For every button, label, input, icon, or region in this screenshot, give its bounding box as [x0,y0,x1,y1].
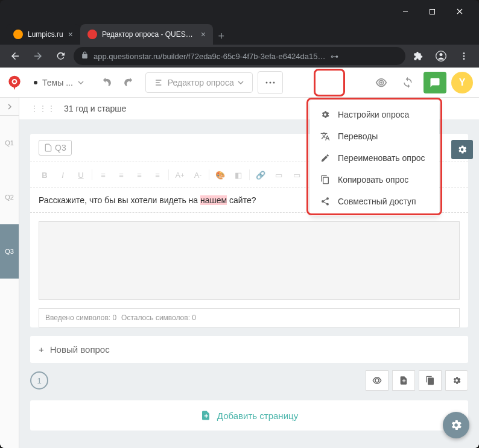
link-button[interactable]: 🔗 [252,167,269,183]
page-icon [44,144,52,152]
sidebar-item-q2[interactable]: Q2 [0,170,19,224]
browser-tab-active[interactable]: Редактор опроса - QUESTIONS × [80,24,213,45]
profile-button[interactable] [431,46,451,66]
menu-item-copy[interactable]: Копировать опрос [310,169,439,191]
svg-point-12 [265,81,267,83]
svg-point-13 [269,81,271,83]
menu-item-rename[interactable]: Переименовать опрос [310,147,439,169]
align-right-button[interactable]: ≡ [131,167,148,183]
lock-icon [81,51,89,61]
menu-label: Совместный доступ [338,197,416,206]
question-nav-sidebar: Q1 Q2 Q3 [0,68,19,448]
color-button[interactable]: 🎨 [212,167,229,183]
share-icon [320,197,331,206]
maximize-button[interactable] [419,0,446,23]
page-number[interactable]: 1 [30,371,48,390]
browser-tab[interactable]: Lumpics.ru × [6,24,80,45]
app-logo-icon[interactable] [6,74,23,91]
page-preview-button[interactable] [366,370,389,391]
redo-button[interactable] [119,72,141,93]
bullet-icon [34,81,37,84]
tab-close-icon[interactable]: × [201,30,206,39]
more-options-button[interactable] [258,71,283,94]
font-inc-button[interactable]: A+ [171,167,188,183]
favicon-icon [87,30,97,39]
preview-button[interactable] [370,72,392,93]
browser-menu-button[interactable] [454,46,474,66]
question-badge[interactable]: Q3 [39,140,72,156]
align-justify-button[interactable]: ≡ [149,167,166,183]
new-tab-button[interactable]: + [213,28,230,45]
tab-close-icon[interactable]: × [68,30,73,39]
bold-button[interactable]: B [36,167,53,183]
video-button[interactable]: ▭ [288,167,305,183]
sidebar-toggle[interactable] [0,98,19,116]
user-avatar[interactable]: Y [451,72,473,93]
italic-button[interactable]: I [54,167,71,183]
back-button[interactable] [5,46,25,66]
tab-title: Lumpics.ru [28,30,63,39]
menu-label: Копировать опрос [338,175,408,185]
forward-button[interactable] [28,46,48,66]
new-question-button[interactable]: + Новый вопрос [30,336,468,363]
key-icon[interactable]: ⊶ [331,52,338,61]
align-center-button[interactable]: ≡ [113,167,130,183]
page-settings-button[interactable] [445,370,468,391]
svg-rect-1 [430,9,435,14]
image-button[interactable]: ▭ [270,167,287,183]
svg-point-11 [13,80,16,83]
url-field[interactable]: app.questionstar.ru/builder/f72eda9c-65c… [74,47,405,65]
menu-item-settings[interactable]: Настройки опроса [310,104,439,125]
font-dec-button[interactable]: A- [189,167,206,183]
sidebar-item-q3[interactable]: Q3 [0,224,19,279]
url-text: app.questionstar.ru/builder/f72eda9c-65c… [94,52,326,61]
address-bar: app.questionstar.ru/builder/f72eda9c-65c… [0,45,479,68]
sync-button[interactable] [397,72,419,93]
window-titlebar [0,0,479,23]
favicon-icon [13,30,23,39]
drag-handle-icon[interactable]: ⋮⋮⋮ [30,104,56,113]
page-footer: 1 [30,370,468,391]
help-fab[interactable] [443,412,469,438]
answer-textarea[interactable] [39,221,460,300]
page-add-button[interactable] [392,370,415,391]
menu-label: Переименовать опрос [338,153,425,163]
svg-point-14 [273,81,274,83]
pencil-icon [320,153,331,163]
page-copy-button[interactable] [419,370,442,391]
editor-label: Редактор опроса [168,78,234,87]
menu-item-share[interactable]: Совместный доступ [310,191,439,212]
menu-label: Настройки опроса [338,110,409,119]
browser-tabbar: Lumpics.ru × Редактор опроса - QUESTIONS… [0,23,479,45]
tab-title: Редактор опроса - QUESTIONS [102,30,196,39]
fill-button[interactable]: ◧ [230,167,247,183]
gear-icon [320,110,331,119]
svg-point-5 [440,53,443,56]
sidebar-item-q1[interactable]: Q1 [0,116,19,170]
themes-dropdown[interactable]: Темы ... [28,74,90,91]
list-icon [154,78,164,87]
svg-point-15 [380,81,382,84]
publish-button[interactable] [423,72,446,93]
editor-mode-dropdown[interactable]: Редактор опроса [145,72,253,93]
question-settings-button[interactable] [451,140,473,159]
translate-icon [320,131,331,141]
align-left-button[interactable]: ≡ [95,167,112,183]
extensions-button[interactable] [408,46,428,66]
svg-point-8 [463,58,465,60]
minimize-button[interactable] [392,0,419,23]
chevron-down-icon [238,80,244,86]
add-page-button[interactable]: Добавить страницу [30,400,468,431]
undo-button[interactable] [95,72,116,93]
close-button[interactable] [446,0,473,23]
app-toolbar: Темы ... Редактор опроса Y [0,68,479,98]
menu-item-translations[interactable]: Переводы [310,125,439,147]
underline-button[interactable]: U [72,167,89,183]
svg-point-7 [463,55,465,57]
chevron-down-icon [78,80,84,86]
menu-label: Переводы [338,131,378,141]
reload-button[interactable] [51,46,71,66]
add-page-icon [200,410,211,421]
themes-label: Темы ... [42,78,73,87]
answer-text: 31 год и старше [64,104,126,113]
